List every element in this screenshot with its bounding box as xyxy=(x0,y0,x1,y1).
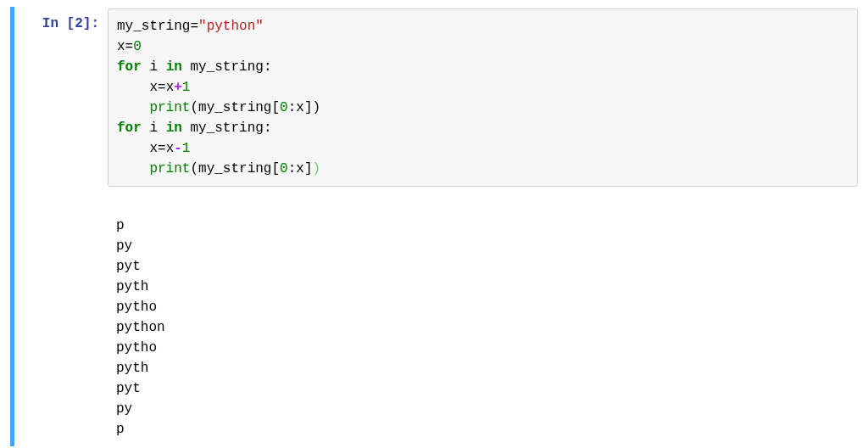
tok: x xyxy=(166,141,175,156)
tok: 0 xyxy=(133,39,142,54)
tok: my_string xyxy=(190,120,263,136)
tok: x xyxy=(296,100,304,115)
tok: x xyxy=(117,39,125,54)
tok: for xyxy=(117,120,142,136)
tok: [ xyxy=(271,100,280,115)
code-line: for i in my_string: xyxy=(117,59,271,75)
tok xyxy=(117,141,149,156)
tok: my_string xyxy=(117,19,190,34)
tok: my_string xyxy=(190,59,263,75)
tok: x xyxy=(296,161,304,176)
tok: = xyxy=(190,19,198,34)
tok: print xyxy=(149,161,190,176)
tok: 1 xyxy=(182,141,191,156)
code-output: p py pyt pyth pytho python pytho pyth py… xyxy=(108,187,858,445)
code-line: x=x-1 xyxy=(117,141,190,156)
code-line: x=x+1 xyxy=(117,80,190,95)
tok: ] xyxy=(304,100,313,115)
tok: my_string xyxy=(198,161,271,176)
tok: ( xyxy=(190,100,198,115)
tok: = xyxy=(158,80,166,95)
tok: ( xyxy=(190,161,198,176)
tok: 0 xyxy=(280,100,288,115)
code-input[interactable]: my_string="python" x=0 for i in my_strin… xyxy=(108,8,858,187)
tok: i xyxy=(149,120,158,136)
tok: + xyxy=(174,80,182,95)
tok: ) xyxy=(313,161,321,176)
input-prompt: In [2]: xyxy=(14,8,108,445)
tok: ] xyxy=(304,161,313,176)
tok: ) xyxy=(313,100,321,115)
tok: print xyxy=(149,100,190,115)
tok: x xyxy=(149,141,158,156)
code-line: print(my_string[0:x]) xyxy=(117,100,320,115)
tok: 0 xyxy=(280,161,288,176)
tok: "python" xyxy=(198,19,264,34)
tok xyxy=(117,80,149,95)
cell-content: my_string="python" x=0 for i in my_strin… xyxy=(108,8,858,445)
tok: in xyxy=(166,59,182,75)
code-line: my_string="python" xyxy=(117,19,264,34)
tok: : xyxy=(288,161,297,176)
tok: = xyxy=(158,141,166,156)
tok: my_string xyxy=(198,100,271,115)
code-line: x=0 xyxy=(117,39,142,54)
tok: [ xyxy=(271,161,280,176)
tok: i xyxy=(149,59,158,75)
code-line: print(my_string[0:x]) xyxy=(117,161,320,176)
tok: in xyxy=(166,120,182,136)
code-cell: In [2]: my_string="python" x=0 for i in … xyxy=(10,7,858,446)
tok: : xyxy=(288,100,297,115)
code-line: for i in my_string: xyxy=(117,120,271,136)
tok: = xyxy=(125,39,134,54)
tok: for xyxy=(117,59,142,75)
tok: : xyxy=(264,59,272,75)
tok: : xyxy=(264,120,272,136)
tok xyxy=(117,100,149,115)
tok xyxy=(117,161,149,176)
tok: x xyxy=(166,80,175,95)
tok: x xyxy=(149,80,158,95)
tok: - xyxy=(174,141,182,156)
tok: 1 xyxy=(182,80,191,95)
